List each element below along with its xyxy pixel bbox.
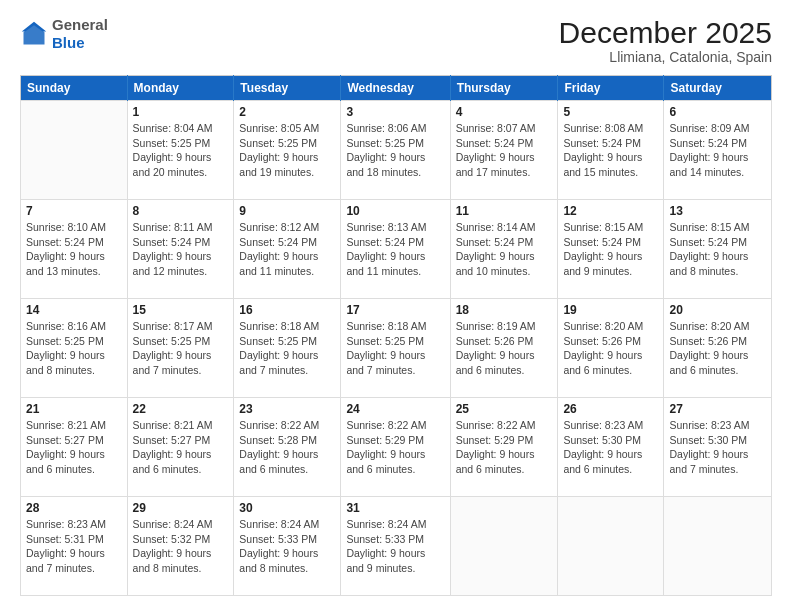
- calendar-cell: 23Sunrise: 8:22 AM Sunset: 5:28 PM Dayli…: [234, 398, 341, 497]
- day-number: 18: [456, 303, 553, 317]
- calendar-cell: 8Sunrise: 8:11 AM Sunset: 5:24 PM Daylig…: [127, 200, 234, 299]
- calendar-cell: 24Sunrise: 8:22 AM Sunset: 5:29 PM Dayli…: [341, 398, 450, 497]
- day-info: Sunrise: 8:22 AM Sunset: 5:29 PM Dayligh…: [456, 418, 553, 477]
- day-info: Sunrise: 8:20 AM Sunset: 5:26 PM Dayligh…: [669, 319, 766, 378]
- day-number: 29: [133, 501, 229, 515]
- day-number: 3: [346, 105, 444, 119]
- day-number: 26: [563, 402, 658, 416]
- col-thursday: Thursday: [450, 76, 558, 101]
- day-number: 14: [26, 303, 122, 317]
- day-number: 12: [563, 204, 658, 218]
- day-number: 17: [346, 303, 444, 317]
- day-info: Sunrise: 8:24 AM Sunset: 5:33 PM Dayligh…: [346, 517, 444, 576]
- calendar-cell: 12Sunrise: 8:15 AM Sunset: 5:24 PM Dayli…: [558, 200, 664, 299]
- day-number: 24: [346, 402, 444, 416]
- day-info: Sunrise: 8:15 AM Sunset: 5:24 PM Dayligh…: [669, 220, 766, 279]
- day-number: 2: [239, 105, 335, 119]
- calendar-cell: 2Sunrise: 8:05 AM Sunset: 5:25 PM Daylig…: [234, 101, 341, 200]
- calendar-cell: 4Sunrise: 8:07 AM Sunset: 5:24 PM Daylig…: [450, 101, 558, 200]
- calendar-cell: 30Sunrise: 8:24 AM Sunset: 5:33 PM Dayli…: [234, 497, 341, 596]
- day-info: Sunrise: 8:16 AM Sunset: 5:25 PM Dayligh…: [26, 319, 122, 378]
- day-info: Sunrise: 8:22 AM Sunset: 5:29 PM Dayligh…: [346, 418, 444, 477]
- day-number: 28: [26, 501, 122, 515]
- calendar-table: Sunday Monday Tuesday Wednesday Thursday…: [20, 75, 772, 596]
- day-info: Sunrise: 8:07 AM Sunset: 5:24 PM Dayligh…: [456, 121, 553, 180]
- day-number: 22: [133, 402, 229, 416]
- day-info: Sunrise: 8:19 AM Sunset: 5:26 PM Dayligh…: [456, 319, 553, 378]
- calendar-cell: 20Sunrise: 8:20 AM Sunset: 5:26 PM Dayli…: [664, 299, 772, 398]
- calendar-cell: 31Sunrise: 8:24 AM Sunset: 5:33 PM Dayli…: [341, 497, 450, 596]
- day-info: Sunrise: 8:05 AM Sunset: 5:25 PM Dayligh…: [239, 121, 335, 180]
- day-number: 15: [133, 303, 229, 317]
- day-number: 20: [669, 303, 766, 317]
- calendar-cell: 27Sunrise: 8:23 AM Sunset: 5:30 PM Dayli…: [664, 398, 772, 497]
- logo-blue: Blue: [52, 34, 108, 52]
- day-info: Sunrise: 8:13 AM Sunset: 5:24 PM Dayligh…: [346, 220, 444, 279]
- day-info: Sunrise: 8:22 AM Sunset: 5:28 PM Dayligh…: [239, 418, 335, 477]
- calendar-cell: 25Sunrise: 8:22 AM Sunset: 5:29 PM Dayli…: [450, 398, 558, 497]
- day-info: Sunrise: 8:23 AM Sunset: 5:30 PM Dayligh…: [669, 418, 766, 477]
- calendar-cell: [450, 497, 558, 596]
- calendar-cell: 28Sunrise: 8:23 AM Sunset: 5:31 PM Dayli…: [21, 497, 128, 596]
- calendar-cell: 10Sunrise: 8:13 AM Sunset: 5:24 PM Dayli…: [341, 200, 450, 299]
- day-info: Sunrise: 8:09 AM Sunset: 5:24 PM Dayligh…: [669, 121, 766, 180]
- day-number: 27: [669, 402, 766, 416]
- calendar-header: Sunday Monday Tuesday Wednesday Thursday…: [21, 76, 772, 101]
- svg-marker-0: [24, 24, 45, 45]
- calendar-body: 1Sunrise: 8:04 AM Sunset: 5:25 PM Daylig…: [21, 101, 772, 596]
- calendar-cell: 17Sunrise: 8:18 AM Sunset: 5:25 PM Dayli…: [341, 299, 450, 398]
- col-wednesday: Wednesday: [341, 76, 450, 101]
- calendar-cell: [558, 497, 664, 596]
- day-info: Sunrise: 8:12 AM Sunset: 5:24 PM Dayligh…: [239, 220, 335, 279]
- calendar-cell: 5Sunrise: 8:08 AM Sunset: 5:24 PM Daylig…: [558, 101, 664, 200]
- calendar-cell: 1Sunrise: 8:04 AM Sunset: 5:25 PM Daylig…: [127, 101, 234, 200]
- calendar-cell: 3Sunrise: 8:06 AM Sunset: 5:25 PM Daylig…: [341, 101, 450, 200]
- day-info: Sunrise: 8:17 AM Sunset: 5:25 PM Dayligh…: [133, 319, 229, 378]
- day-number: 7: [26, 204, 122, 218]
- calendar-cell: 13Sunrise: 8:15 AM Sunset: 5:24 PM Dayli…: [664, 200, 772, 299]
- col-sunday: Sunday: [21, 76, 128, 101]
- header: General Blue December 2025 Llimiana, Cat…: [20, 16, 772, 65]
- logo-general: General: [52, 16, 108, 34]
- day-number: 30: [239, 501, 335, 515]
- day-number: 9: [239, 204, 335, 218]
- day-info: Sunrise: 8:10 AM Sunset: 5:24 PM Dayligh…: [26, 220, 122, 279]
- day-number: 5: [563, 105, 658, 119]
- location: Llimiana, Catalonia, Spain: [559, 49, 772, 65]
- day-info: Sunrise: 8:11 AM Sunset: 5:24 PM Dayligh…: [133, 220, 229, 279]
- day-info: Sunrise: 8:18 AM Sunset: 5:25 PM Dayligh…: [239, 319, 335, 378]
- day-number: 21: [26, 402, 122, 416]
- day-number: 6: [669, 105, 766, 119]
- day-info: Sunrise: 8:15 AM Sunset: 5:24 PM Dayligh…: [563, 220, 658, 279]
- day-number: 13: [669, 204, 766, 218]
- day-info: Sunrise: 8:08 AM Sunset: 5:24 PM Dayligh…: [563, 121, 658, 180]
- calendar-cell: 22Sunrise: 8:21 AM Sunset: 5:27 PM Dayli…: [127, 398, 234, 497]
- calendar-cell: 26Sunrise: 8:23 AM Sunset: 5:30 PM Dayli…: [558, 398, 664, 497]
- calendar-cell: 11Sunrise: 8:14 AM Sunset: 5:24 PM Dayli…: [450, 200, 558, 299]
- calendar-cell: 21Sunrise: 8:21 AM Sunset: 5:27 PM Dayli…: [21, 398, 128, 497]
- col-friday: Friday: [558, 76, 664, 101]
- day-number: 10: [346, 204, 444, 218]
- day-number: 25: [456, 402, 553, 416]
- day-info: Sunrise: 8:04 AM Sunset: 5:25 PM Dayligh…: [133, 121, 229, 180]
- col-monday: Monday: [127, 76, 234, 101]
- day-number: 8: [133, 204, 229, 218]
- day-number: 23: [239, 402, 335, 416]
- day-info: Sunrise: 8:21 AM Sunset: 5:27 PM Dayligh…: [133, 418, 229, 477]
- day-number: 11: [456, 204, 553, 218]
- day-number: 19: [563, 303, 658, 317]
- logo-text: General Blue: [52, 16, 108, 52]
- calendar-cell: 7Sunrise: 8:10 AM Sunset: 5:24 PM Daylig…: [21, 200, 128, 299]
- calendar-cell: [21, 101, 128, 200]
- day-info: Sunrise: 8:24 AM Sunset: 5:33 PM Dayligh…: [239, 517, 335, 576]
- header-row: Sunday Monday Tuesday Wednesday Thursday…: [21, 76, 772, 101]
- calendar-cell: 6Sunrise: 8:09 AM Sunset: 5:24 PM Daylig…: [664, 101, 772, 200]
- day-info: Sunrise: 8:14 AM Sunset: 5:24 PM Dayligh…: [456, 220, 553, 279]
- calendar-cell: [664, 497, 772, 596]
- day-info: Sunrise: 8:06 AM Sunset: 5:25 PM Dayligh…: [346, 121, 444, 180]
- logo: General Blue: [20, 16, 108, 52]
- calendar-cell: 19Sunrise: 8:20 AM Sunset: 5:26 PM Dayli…: [558, 299, 664, 398]
- day-info: Sunrise: 8:18 AM Sunset: 5:25 PM Dayligh…: [346, 319, 444, 378]
- day-number: 1: [133, 105, 229, 119]
- title-block: December 2025 Llimiana, Catalonia, Spain: [559, 16, 772, 65]
